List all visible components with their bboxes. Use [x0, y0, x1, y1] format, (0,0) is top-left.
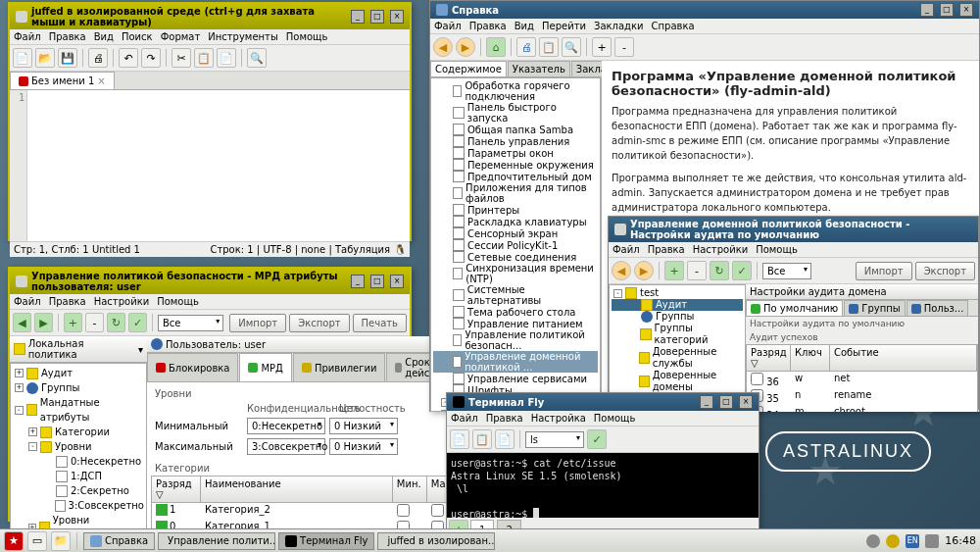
clock[interactable]: 16:48 — [945, 534, 976, 547]
toc-item[interactable]: Принтеры — [433, 204, 598, 216]
col-min[interactable]: Мин. — [393, 477, 427, 502]
menu-edit[interactable]: Правка — [469, 21, 507, 31]
help-content-pane[interactable]: Программа «Управление доменной политикой… — [602, 61, 979, 412]
back-icon[interactable]: ◀ — [433, 37, 453, 57]
undo-icon[interactable]: ↶ — [119, 48, 138, 68]
tree-item[interactable]: 3:Совсекретно — [13, 498, 144, 513]
maximize-button[interactable]: □ — [370, 10, 384, 24]
show-desktop-icon[interactable]: ▭ — [27, 531, 47, 551]
paste-icon[interactable]: 📄 — [217, 48, 236, 68]
tree-toggle-icon[interactable]: + — [28, 427, 37, 436]
tree-toggle-icon[interactable]: + — [15, 369, 24, 377]
menu-help[interactable]: Помощь — [157, 296, 199, 307]
toc-item[interactable]: Сессии PolicyKit-1 — [433, 239, 598, 251]
toc-item[interactable]: Синхронизация времени (NTP) — [433, 263, 598, 284]
toc-item[interactable]: Предпочтительный дом — [433, 171, 598, 182]
tray-icon[interactable] — [925, 534, 939, 548]
tree-item[interactable]: +Группы — [13, 380, 144, 395]
tab-content[interactable]: Содержимое — [430, 61, 507, 76]
tree-item[interactable]: 2:Секретно — [13, 483, 144, 498]
file-manager-icon[interactable]: 📁 — [51, 531, 71, 551]
toc-item[interactable]: Панель быстрого запуска — [433, 102, 598, 124]
close-button[interactable]: × — [959, 3, 973, 17]
terminal-output[interactable]: user@astra:~$ cat /etc/issue Astra Linux… — [447, 453, 759, 518]
remove-icon[interactable]: - — [85, 313, 104, 332]
back-icon[interactable]: ◀ — [13, 313, 31, 332]
tab-index[interactable]: Указатель — [508, 61, 570, 76]
find-icon[interactable]: 🔍 — [562, 37, 581, 57]
tree-item[interactable]: -Уровни — [13, 439, 144, 454]
add-icon[interactable]: + — [64, 313, 82, 332]
maximize-button[interactable]: □ — [719, 395, 733, 409]
menu-bookmarks[interactable]: Закладки — [594, 21, 644, 31]
toc-item[interactable]: Управление политикой безопасн... — [433, 329, 598, 351]
print-button[interactable]: Печать — [353, 314, 407, 332]
taskbar-item[interactable]: Справка — [83, 532, 155, 550]
menu-file[interactable]: Файл — [14, 31, 41, 42]
tab-mrd[interactable]: МРД — [239, 353, 291, 381]
toc-item[interactable]: Раскладка клавиатуры — [433, 216, 598, 227]
min-int-dropdown[interactable]: 0 Низкий — [329, 418, 398, 434]
toc-item[interactable]: Обработка горячего подключения — [433, 80, 598, 102]
maximize-button[interactable]: □ — [370, 275, 384, 288]
new-tab-icon[interactable]: 📄 — [450, 429, 469, 449]
tray-icon[interactable] — [866, 534, 880, 548]
forward-icon[interactable]: ▶ — [456, 37, 475, 57]
toc-item[interactable]: Переменные окружения — [433, 159, 598, 171]
tab-priv[interactable]: Привилегии — [293, 353, 386, 381]
max-conf-dropdown[interactable]: 3:Совсекретно — [247, 438, 325, 455]
tree-item[interactable]: 1:ДСП — [13, 469, 144, 483]
toc-item[interactable]: Сетевые соединения — [433, 251, 598, 263]
command-dropdown[interactable]: ls — [525, 431, 584, 448]
policy-tree[interactable]: +Аудит+Группы-Мандатные атрибуты+Категор… — [10, 363, 147, 534]
tab-block[interactable]: Блокировка — [147, 353, 238, 381]
menu-search[interactable]: Поиск — [122, 31, 153, 42]
save-icon[interactable]: 💾 — [58, 48, 77, 68]
minimize-button[interactable]: _ — [351, 275, 365, 288]
max-checkbox[interactable] — [431, 504, 444, 517]
taskbar-item[interactable]: Терминал Fly — [278, 532, 374, 550]
terminal-titlebar[interactable]: Терминал Fly _ □ × — [447, 393, 759, 411]
print-icon[interactable]: 🖨 — [88, 48, 108, 68]
maximize-button[interactable]: □ — [940, 3, 954, 17]
toc-item[interactable]: Управление доменной политикой ... — [433, 351, 598, 373]
apply-icon[interactable]: ✓ — [128, 313, 147, 332]
print-icon[interactable]: 🖨 — [516, 37, 536, 57]
menu-help[interactable]: Помощь — [594, 413, 636, 424]
tray-icon[interactable] — [886, 534, 900, 548]
tree-item[interactable]: +Категории — [13, 425, 144, 439]
zoom-in-icon[interactable]: + — [592, 37, 612, 57]
menu-help[interactable]: Справка — [652, 21, 695, 31]
run-icon[interactable]: ✓ — [587, 429, 607, 449]
tree-toggle-icon[interactable]: + — [15, 383, 24, 392]
menu-view[interactable]: Вид — [514, 21, 534, 31]
open-file-icon[interactable]: 📂 — [35, 48, 55, 68]
tree-item[interactable]: 0:Несекретно — [13, 454, 144, 469]
menu-file[interactable]: Файл — [14, 296, 41, 307]
minimize-button[interactable]: _ — [700, 395, 713, 409]
paste-icon[interactable]: 📄 — [495, 429, 514, 449]
toc-item[interactable]: Управление сервисами — [433, 373, 598, 384]
redo-icon[interactable]: ↷ — [141, 48, 161, 68]
min-checkbox[interactable] — [397, 504, 410, 517]
menu-edit[interactable]: Правка — [49, 31, 86, 42]
col-name[interactable]: Наименование — [201, 477, 393, 502]
toc-item[interactable]: Панель управления — [433, 135, 598, 147]
menu-tools[interactable]: Инструменты — [208, 31, 278, 42]
toc-item[interactable]: Управление питанием — [433, 318, 598, 329]
menu-format[interactable]: Формат — [161, 31, 201, 42]
cut-icon[interactable]: ✂ — [172, 48, 191, 68]
toc-item[interactable]: Общая папка Samba — [433, 124, 598, 135]
menu-settings[interactable]: Настройки — [94, 296, 149, 307]
tree-toggle-icon[interactable]: - — [28, 442, 37, 451]
menu-help[interactable]: Помощь — [286, 31, 328, 42]
policy-titlebar[interactable]: Управление политикой безопасности - МРД … — [10, 269, 410, 294]
max-int-dropdown[interactable]: 0 Низкий — [329, 438, 398, 455]
copy-icon[interactable]: 📋 — [194, 48, 214, 68]
help-titlebar[interactable]: Справка _ □ × — [430, 1, 979, 19]
new-file-icon[interactable]: 📄 — [13, 48, 32, 68]
tree-toggle-icon[interactable]: - — [15, 406, 24, 415]
copy-icon[interactable]: 📋 — [472, 429, 492, 449]
taskbar-item[interactable]: juffed в изолирован... — [377, 532, 495, 550]
help-toc-tree[interactable]: Обработка горячего подключенияПанель быс… — [430, 77, 601, 412]
